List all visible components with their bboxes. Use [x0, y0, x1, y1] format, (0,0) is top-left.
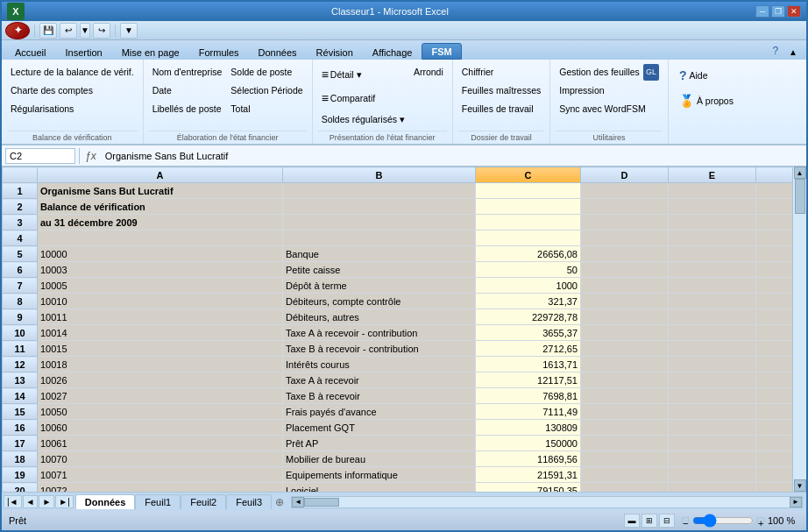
sheet-tab-feuil3[interactable]: Feuil3 [226, 494, 272, 509]
col-header-f[interactable]: F [756, 167, 793, 183]
sheet-nav-next[interactable]: ► [39, 495, 54, 508]
cell-e[interactable] [669, 483, 756, 492]
btn-solde-poste[interactable]: Solde de poste [227, 63, 306, 82]
tab-fsm[interactable]: FSM [422, 43, 461, 60]
cell-b[interactable]: Intérêts courus [283, 357, 476, 372]
btn-regularisations[interactable]: Régularisations [7, 100, 138, 118]
cell-c[interactable] [476, 183, 581, 199]
cell-b[interactable]: Débiteurs, compte contrôle [283, 294, 476, 309]
cell-d[interactable] [581, 199, 669, 215]
cell-d[interactable] [581, 467, 669, 483]
cell-b[interactable]: Banque [283, 246, 476, 262]
sheet-tab-feuil2[interactable]: Feuil2 [181, 494, 226, 509]
cell-b[interactable] [283, 215, 476, 231]
cell-a[interactable]: 10060 [38, 420, 283, 436]
cell-a[interactable]: Balance de vérification [38, 199, 283, 215]
btn-comparatif[interactable]: ≡ Comparatif [318, 87, 408, 110]
undo-button[interactable]: ↩ [60, 23, 77, 39]
cell-f[interactable] [756, 246, 793, 262]
cell-d[interactable] [581, 372, 669, 388]
cell-c[interactable]: 50 [476, 262, 581, 278]
cell-e[interactable] [669, 231, 756, 246]
btn-charte-comptes[interactable]: Charte des comptes [7, 82, 138, 100]
cell-f[interactable] [756, 215, 793, 231]
cell-f[interactable] [756, 436, 793, 451]
btn-selection-periode[interactable]: Sélection Période [227, 82, 306, 100]
scroll-up-btn[interactable]: ▲ [794, 167, 806, 179]
cell-b[interactable] [283, 183, 476, 199]
cell-b[interactable]: Prêt AP [283, 436, 476, 451]
sheet-nav-first[interactable]: |◄ [4, 495, 22, 508]
cell-b[interactable] [283, 231, 476, 246]
tab-formules[interactable]: Formules [189, 44, 249, 60]
view-layout-btn[interactable]: ⊞ [641, 514, 657, 528]
cell-c[interactable]: 79150,35 [476, 483, 581, 492]
cell-d[interactable] [581, 246, 669, 262]
sheet-tab-donnees[interactable]: Données [75, 494, 135, 509]
btn-chiffrier[interactable]: Chiffrier [458, 63, 544, 82]
cell-c[interactable]: 229728,78 [476, 309, 581, 325]
cell-e[interactable] [669, 451, 756, 467]
cell-f[interactable] [756, 388, 793, 404]
cell-c[interactable]: 7111,49 [476, 404, 581, 420]
btn-gestion-feuilles[interactable]: Gestion des feuilles GL [556, 63, 663, 82]
cell-a[interactable] [38, 231, 283, 246]
cell-f[interactable] [756, 341, 793, 357]
cell-f[interactable] [756, 262, 793, 278]
cell-d[interactable] [581, 420, 669, 436]
cell-c[interactable] [476, 215, 581, 231]
cell-e[interactable] [669, 294, 756, 309]
cell-e[interactable] [669, 309, 756, 325]
cell-b[interactable]: Taxe A à recevoir - contribution [283, 325, 476, 341]
restore-button[interactable]: ❐ [771, 5, 785, 18]
cell-c[interactable]: 1613,71 [476, 357, 581, 372]
btn-feuilles-travail[interactable]: Feuilles de travail [458, 100, 544, 118]
cell-c[interactable]: 3655,37 [476, 325, 581, 341]
cell-d[interactable] [581, 183, 669, 199]
tab-affichage[interactable]: Affichage [363, 44, 422, 60]
btn-nom-entreprise[interactable]: Nom d'entreprise [149, 63, 226, 82]
cell-a[interactable]: 10070 [38, 451, 283, 467]
cell-c[interactable]: 1000 [476, 278, 581, 294]
save-button[interactable]: 💾 [39, 23, 57, 39]
cell-d[interactable] [581, 278, 669, 294]
cell-d[interactable] [581, 309, 669, 325]
cell-e[interactable] [669, 420, 756, 436]
cell-c[interactable]: 7698,81 [476, 388, 581, 404]
cell-c[interactable]: 12117,51 [476, 372, 581, 388]
cell-e[interactable] [669, 325, 756, 341]
undo-dropdown[interactable]: ▼ [80, 23, 90, 39]
cell-f[interactable] [756, 357, 793, 372]
cell-a[interactable]: 10000 [38, 246, 283, 262]
cell-d[interactable] [581, 388, 669, 404]
cell-e[interactable] [669, 183, 756, 199]
hscroll-left-btn[interactable]: ◄ [292, 497, 304, 507]
zoom-out-btn[interactable]: − [682, 517, 689, 524]
cell-d[interactable] [581, 436, 669, 451]
col-header-a[interactable]: A [38, 167, 283, 183]
cell-e[interactable] [669, 341, 756, 357]
cell-e[interactable] [669, 467, 756, 483]
cell-e[interactable] [669, 372, 756, 388]
btn-aide[interactable]: ? Aide [674, 63, 739, 89]
cell-a[interactable]: 10005 [38, 278, 283, 294]
view-normal-btn[interactable]: ▬ [624, 514, 640, 528]
cell-d[interactable] [581, 341, 669, 357]
sheet-nav-last[interactable]: ►| [55, 495, 74, 508]
ribbon-help[interactable]: ? [767, 42, 783, 60]
tab-donnees[interactable]: Données [249, 44, 307, 60]
cell-b[interactable]: Equipements informatique [283, 467, 476, 483]
add-sheet-btn[interactable]: ⊕ [272, 496, 287, 508]
cell-f[interactable] [756, 451, 793, 467]
btn-date[interactable]: Date [149, 82, 226, 100]
cell-f[interactable] [756, 183, 793, 199]
cell-b[interactable]: Taxe B à recevoir - contribution [283, 341, 476, 357]
cell-a[interactable]: Organisme Sans But Lucratif [38, 183, 283, 199]
cell-a[interactable]: 10072 [38, 483, 283, 492]
cell-d[interactable] [581, 483, 669, 492]
sheet-nav-prev[interactable]: ◄ [23, 495, 39, 508]
cell-f[interactable] [756, 231, 793, 246]
cell-f[interactable] [756, 278, 793, 294]
sheet-tab-feuil1[interactable]: Feuil1 [135, 494, 181, 509]
customize-button[interactable]: ▼ [120, 23, 138, 39]
